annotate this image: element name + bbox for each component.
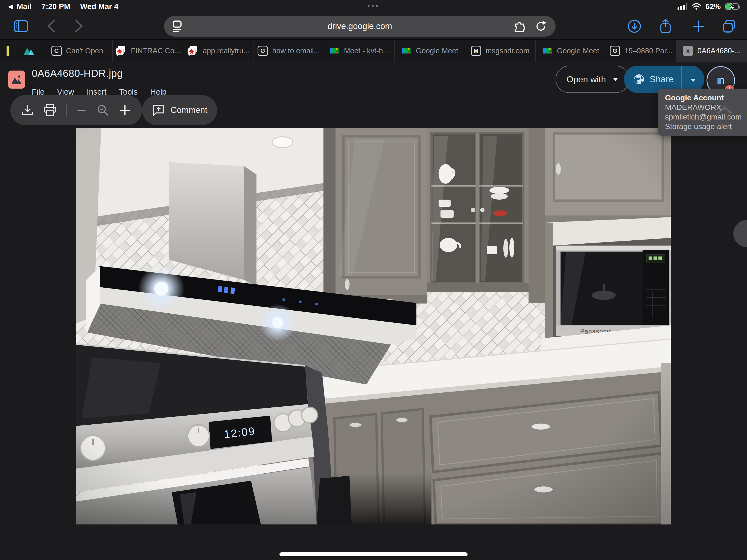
close-tab-icon[interactable]: x [683,46,693,56]
tab-label: app.reallytru... [203,47,249,55]
letter-g-favicon: G [258,46,268,56]
image-file-icon [8,71,25,88]
tooltip-title: Google Account [665,93,747,103]
tab-label: Google Meet [416,47,458,55]
url-text: drive.google.com [328,21,392,31]
scroll-edge-button[interactable] [733,220,747,247]
download-icon[interactable] [21,104,34,117]
print-icon[interactable] [43,104,57,117]
multitasking-dots[interactable]: ••• [367,2,380,10]
letter-c-favicon: C [51,46,62,56]
divider [66,104,67,117]
ipad-screen: ◀ Mail 7:20 PM Wed Mar 4 ••• 62% [0,0,747,560]
zoom-out-icon[interactable] [76,105,87,116]
maple-chat-favicon [115,45,126,56]
maple-chat-favicon [187,45,198,56]
tab-label: Meet - kvt-h... [344,47,389,55]
new-tab-plus-icon[interactable] [692,19,705,33]
reload-icon[interactable] [535,20,547,32]
tab-label: how to email... [272,47,320,55]
cellular-signal-icon [677,3,687,10]
battery-percent: 62% [705,2,721,11]
zoom-magnifier-icon[interactable] [96,104,109,117]
letter-m-favicon: M [471,46,481,56]
downloads-icon[interactable] [627,19,641,33]
google-meet-favicon [542,46,552,56]
date-text: Wed Mar 4 [80,2,119,11]
open-with-button[interactable]: Open with [556,66,629,93]
tab-overview-icon[interactable] [722,19,737,33]
page-format-icon[interactable] [171,20,183,35]
yellow-favicon [6,46,9,56]
share-dropdown-caret[interactable] [682,74,704,84]
collapse-chevron-icon[interactable] [717,106,732,116]
photo-kitchen[interactable]: Panasonic [76,128,671,525]
avatar-logo [715,74,727,86]
google-meet-favicon [401,46,412,56]
google-meet-favicon [329,46,340,56]
chevron-down-icon [613,77,618,81]
tab-how-to-email[interactable]: G how to email... [254,40,324,62]
forward-icon[interactable] [74,19,84,33]
back-icon[interactable] [47,19,56,33]
letter-g-favicon: G [610,46,620,56]
home-indicator[interactable] [279,552,468,556]
tab-meet-kvt[interactable]: Meet - kvt-h... [324,40,394,62]
sidebar-toggle-icon[interactable] [14,20,28,32]
tab-pinned-yellow[interactable] [0,40,16,62]
wifi-icon [692,3,701,10]
tab-bar: C Can't Open FINTRAC Co... app.reallytru… [0,40,747,62]
zoom-in-icon[interactable] [119,104,131,117]
tab-reallytrusted[interactable]: app.reallytru... [183,40,254,62]
battery-icon [725,3,739,10]
open-with-label: Open with [567,74,606,84]
tab-label: FINTRAC Co... [131,47,180,55]
mountain-favicon [23,46,35,56]
share-icon[interactable] [659,19,672,34]
page-title: 0A6A4680-HDR.jpg [32,68,123,79]
viewer-toolbar [10,95,142,125]
url-bar[interactable]: drive.google.com [164,16,556,36]
safari-toolbar: drive.google.com [0,13,747,40]
clock-text: 7:20 PM [41,2,70,11]
back-to-app-icon[interactable]: ◀ [8,3,13,10]
extensions-puzzle-icon[interactable] [513,20,525,32]
globe-icon [633,74,645,85]
tooltip-alert: Storage usage alert [665,122,747,131]
tab-google-meet-1[interactable]: Google Meet [394,40,465,62]
tab-fintrac[interactable]: FINTRAC Co... [113,40,183,62]
tab-label: Google Meet [557,47,599,55]
share-label: Share [650,74,674,84]
tab-label: 19–9880 Par... [624,47,673,55]
tab-label: Can't Open [66,47,103,55]
tab-pinned-mountain[interactable] [16,40,42,62]
comment-label: Comment [171,105,207,115]
account-tooltip: Google Account MADERAWORX spmiletich@gma… [658,88,747,136]
tab-google-meet-2[interactable]: Google Meet [536,40,606,62]
tab-msgsndr[interactable]: M msgsndr.com [465,40,536,62]
comment-button[interactable]: Comment [142,95,217,125]
tooltip-account-name: MADERAWORX [665,103,747,112]
tab-label: 0A6A4680-... [697,47,741,55]
tab-19-9880[interactable]: G 19–9880 Par... [606,40,676,62]
tab-current-image[interactable]: x 0A6A4680-... [676,40,747,62]
status-bar: ◀ Mail 7:20 PM Wed Mar 4 ••• 62% [0,0,747,13]
tooltip-email: spmiletich@gmail.com [665,112,747,122]
back-to-app-label[interactable]: Mail [17,2,31,11]
add-comment-icon [152,104,165,117]
tab-label: msgsndr.com [486,47,530,55]
tab-cant-open[interactable]: C Can't Open [42,40,113,62]
